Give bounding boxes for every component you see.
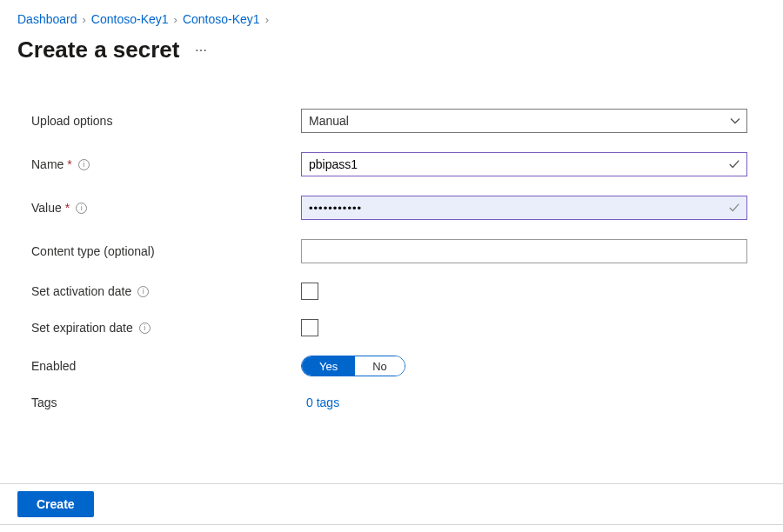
required-asterisk: * [65, 201, 70, 215]
name-input[interactable] [301, 152, 747, 176]
field-expiration-date: Set expiration date i [31, 319, 748, 336]
upload-options-select[interactable]: Manual [301, 109, 747, 133]
create-button[interactable]: Create [17, 491, 94, 517]
chevron-right-icon: › [265, 13, 269, 26]
form: Upload options Manual Name * i [0, 63, 783, 439]
required-asterisk: * [67, 157, 71, 171]
label-name: Name * i [31, 157, 301, 171]
field-upload-options: Upload options Manual [31, 109, 748, 133]
info-icon[interactable]: i [78, 159, 90, 170]
field-enabled: Enabled Yes No [31, 356, 748, 376]
expiration-date-checkbox[interactable] [301, 319, 318, 336]
info-icon[interactable]: i [139, 323, 151, 334]
chevron-right-icon: › [83, 13, 86, 26]
chevron-right-icon: › [174, 13, 177, 26]
field-tags: Tags 0 tags [31, 396, 748, 409]
label-expiration-date-text: Set expiration date [31, 321, 133, 335]
breadcrumb-dashboard[interactable]: Dashboard [17, 12, 77, 26]
field-name: Name * i [31, 152, 748, 176]
content-type-input[interactable] [301, 239, 747, 263]
label-value: Value * i [31, 201, 301, 215]
value-input[interactable] [301, 196, 747, 220]
info-icon[interactable]: i [76, 203, 87, 214]
footer: Create [0, 483, 783, 525]
label-expiration-date: Set expiration date i [31, 321, 301, 335]
field-activation-date: Set activation date i [31, 283, 748, 300]
more-actions-button[interactable]: ⋯ [195, 43, 209, 57]
breadcrumb: Dashboard › Contoso-Key1 › Contoso-Key1 … [0, 0, 783, 31]
label-tags: Tags [31, 396, 301, 409]
enabled-toggle-no[interactable]: No [355, 356, 405, 376]
label-activation-date-text: Set activation date [31, 284, 131, 298]
field-value: Value * i [31, 196, 748, 220]
label-name-text: Name [31, 157, 64, 171]
field-content-type: Content type (optional) [31, 239, 748, 263]
activation-date-checkbox[interactable] [301, 283, 318, 300]
label-activation-date: Set activation date i [31, 284, 301, 298]
page-title: Create a secret [17, 37, 179, 63]
breadcrumb-contoso-key1-2[interactable]: Contoso-Key1 [183, 12, 260, 26]
label-value-text: Value [31, 201, 62, 215]
enabled-toggle: Yes No [301, 356, 405, 376]
label-content-type: Content type (optional) [31, 244, 301, 258]
enabled-toggle-yes[interactable]: Yes [302, 356, 355, 376]
tags-link[interactable]: 0 tags [301, 396, 339, 409]
page-title-row: Create a secret ⋯ [0, 31, 783, 63]
label-enabled: Enabled [31, 359, 301, 373]
label-upload-options: Upload options [31, 114, 301, 128]
breadcrumb-contoso-key1-1[interactable]: Contoso-Key1 [91, 12, 169, 26]
info-icon[interactable]: i [137, 286, 149, 297]
